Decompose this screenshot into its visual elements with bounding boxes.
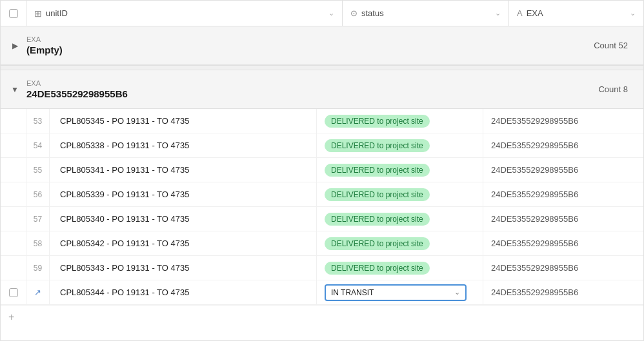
row-checkbox-cell [1,182,26,206]
row-number: 59 [26,256,50,280]
row-exa: 24DE535529298955B6 [483,256,643,280]
group-toggle-empty[interactable]: ▶ [8,39,21,52]
empty-group-label: EXA [26,35,317,43]
table-header: ⊞ unitID ⌄ ⊙ status ⌄ A EXA ⌄ [1,1,643,26]
status-dropdown-value: IN TRANSIT [331,288,374,297]
row-status: DELIVERED to project site [317,231,483,255]
24de-group-info: EXA 24DE535529298955B6 [26,79,317,99]
header-exa-label: EXA [527,8,543,18]
row-checkbox[interactable] [9,288,18,297]
text-icon: A [517,8,523,18]
barcode-icon: ⊞ [34,8,42,19]
chevron-down-icon: ⌄ [630,9,636,17]
row-unit-id: CPL805344 - PO 19131 - TO 4735 [50,280,317,304]
row-exa: 24DE535529298955B6 [483,231,643,255]
row-number: ↗ [26,280,50,304]
empty-group-count: Count 52 [594,41,636,50]
table-row: 54 CPL805338 - PO 19131 - TO 4735 DELIVE… [1,133,643,158]
row-unit-id: CPL805340 - PO 19131 - TO 4735 [50,207,317,231]
status-dropdown[interactable]: IN TRANSIT ⌄ [325,284,467,301]
chevron-down-icon: ▼ [11,85,19,94]
table-row: 58 CPL805342 - PO 19131 - TO 4735 DELIVE… [1,231,643,256]
plus-icon: + [8,311,14,323]
empty-group-header: ▶ EXA (Empty) Count 52 [1,26,643,65]
status-badge: DELIVERED to project site [325,115,430,128]
row-status: DELIVERED to project site [317,109,483,133]
chevron-down-icon: ⌄ [454,288,460,297]
status-badge: DELIVERED to project site [325,139,430,152]
row-status: DELIVERED to project site [317,207,483,231]
row-number: 58 [26,231,50,255]
row-number: 56 [26,182,50,206]
table-row-selected: ↗ CPL805344 - PO 19131 - TO 4735 IN TRAN… [1,280,643,305]
row-checkbox-cell [1,109,26,133]
chevron-down-icon: ⌄ [495,9,501,17]
row-status-dropdown-cell[interactable]: IN TRANSIT ⌄ [317,280,483,304]
expand-icon[interactable]: ↗ [34,287,41,297]
24de-group-value: 24DE535529298955B6 [26,88,317,99]
header-unit-id[interactable]: ⊞ unitID ⌄ [26,1,343,26]
chevron-right-icon: ▶ [12,41,18,50]
row-checkbox-cell [1,158,26,182]
main-table: ⊞ unitID ⌄ ⊙ status ⌄ A EXA ⌄ ▶ EXA (Emp… [0,0,644,341]
row-number: 57 [26,207,50,231]
status-badge: DELIVERED to project site [325,188,430,201]
row-unit-id: CPL805345 - PO 19131 - TO 4735 [50,109,317,133]
add-row-button[interactable]: + [1,305,643,328]
table-row: 53 CPL805345 - PO 19131 - TO 4735 DELIVE… [1,109,643,133]
check-circle-icon: ⊙ [350,8,357,18]
row-unit-id: CPL805343 - PO 19131 - TO 4735 [50,256,317,280]
row-status: DELIVERED to project site [317,256,483,280]
select-all-checkbox[interactable] [9,9,18,18]
row-status: DELIVERED to project site [317,182,483,206]
table-row: 59 CPL805343 - PO 19131 - TO 4735 DELIVE… [1,256,643,280]
row-unit-id: CPL805338 - PO 19131 - TO 4735 [50,133,317,157]
row-exa: 24DE535529298955B6 [483,109,643,133]
status-badge: DELIVERED to project site [325,213,430,226]
row-checkbox-cell [1,207,26,231]
row-exa: 24DE535529298955B6 [483,280,643,304]
header-status[interactable]: ⊙ status ⌄ [343,1,509,26]
row-exa: 24DE535529298955B6 [483,207,643,231]
group-toggle-24de[interactable]: ▼ [8,83,21,96]
empty-group-info: EXA (Empty) [26,35,317,55]
row-status: DELIVERED to project site [317,133,483,157]
header-exa[interactable]: A EXA ⌄ [509,1,643,26]
row-number: 53 [26,109,50,133]
row-checkbox-cell [1,133,26,157]
24de-group-count: Count 8 [598,84,636,94]
table-row: 56 CPL805339 - PO 19131 - TO 4735 DELIVE… [1,182,643,207]
header-status-label: status [361,8,384,18]
row-unit-id: CPL805339 - PO 19131 - TO 4735 [50,182,317,206]
row-exa: 24DE535529298955B6 [483,182,643,206]
empty-group-value: (Empty) [26,44,317,55]
table-row: 55 CPL805341 - PO 19131 - TO 4735 DELIVE… [1,158,643,182]
row-unit-id: CPL805341 - PO 19131 - TO 4735 [50,158,317,182]
row-unit-id: CPL805342 - PO 19131 - TO 4735 [50,231,317,255]
header-unit-id-label: unitID [46,8,68,18]
group-separator [1,65,643,70]
row-checkbox-cell [1,231,26,255]
row-status: DELIVERED to project site [317,158,483,182]
status-badge: DELIVERED to project site [325,262,430,275]
table-row: 57 CPL805340 - PO 19131 - TO 4735 DELIVE… [1,207,643,231]
24de-group-header: ▼ EXA 24DE535529298955B6 Count 8 [1,70,643,109]
status-badge: DELIVERED to project site [325,164,430,177]
status-badge: DELIVERED to project site [325,237,430,250]
row-exa: 24DE535529298955B6 [483,158,643,182]
24de-group-label: EXA [26,79,317,87]
row-exa: 24DE535529298955B6 [483,133,643,157]
row-number: 55 [26,158,50,182]
chevron-down-icon: ⌄ [328,9,334,17]
row-checkbox-cell-selected[interactable] [1,280,26,304]
header-checkbox-cell[interactable] [1,1,26,26]
row-checkbox-cell [1,256,26,280]
row-number: 54 [26,133,50,157]
